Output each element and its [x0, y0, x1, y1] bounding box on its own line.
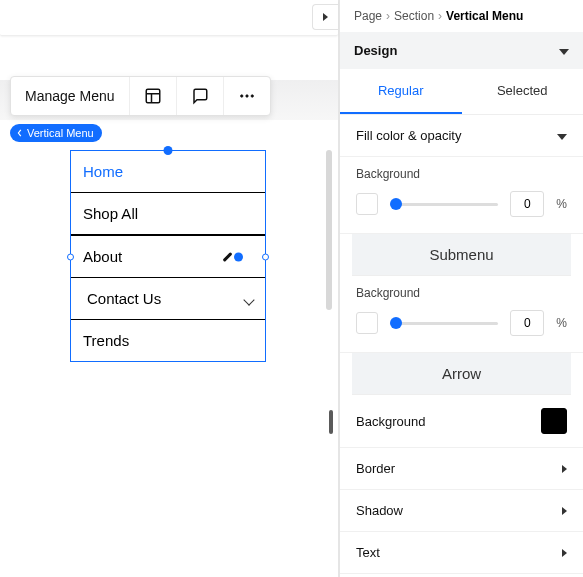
text-row[interactable]: Text [340, 532, 583, 574]
chevron-right-icon [562, 503, 567, 518]
breadcrumb-sep: › [386, 9, 390, 23]
arrow-background-label: Background [356, 414, 425, 429]
background-control-main: % [356, 191, 567, 217]
chevron-right-icon [562, 461, 567, 476]
chevron-left-icon [16, 129, 24, 137]
breadcrumb-page[interactable]: Page [354, 9, 382, 23]
chevron-right-icon [562, 545, 567, 560]
design-section-header[interactable]: Design [340, 32, 583, 69]
text-label: Text [356, 545, 380, 560]
panel-body: Fill color & opacity Background % Submen… [340, 115, 583, 577]
menu-item-label: Trends [83, 332, 129, 349]
submenu-section-title: Submenu [352, 234, 571, 276]
edit-indicator-icon [223, 252, 233, 262]
background-label: Background [356, 167, 567, 181]
more-button[interactable] [224, 77, 270, 115]
resize-handle-left[interactable] [67, 253, 74, 260]
selection-tag-label: Vertical Menu [27, 127, 94, 139]
canvas-scrollbar[interactable] [326, 150, 332, 310]
color-swatch[interactable] [356, 312, 378, 334]
fill-color-opacity-row[interactable]: Fill color & opacity [340, 115, 583, 157]
menu-item-contact-us[interactable]: Contact Us [71, 278, 265, 320]
svg-point-4 [245, 95, 247, 97]
manage-menu-button[interactable]: Manage Menu [11, 77, 130, 115]
manage-menu-label: Manage Menu [25, 88, 115, 104]
slider-thumb[interactable] [390, 317, 402, 329]
menu-item-trends[interactable]: Trends [71, 320, 265, 361]
tab-regular[interactable]: Regular [340, 69, 462, 114]
shadow-row[interactable]: Shadow [340, 490, 583, 532]
breadcrumb-sep: › [438, 9, 442, 23]
canvas-top-edge [0, 0, 338, 36]
svg-rect-0 [146, 89, 160, 103]
slider-track [390, 203, 498, 206]
opacity-input[interactable] [510, 191, 544, 217]
menu-item-about[interactable]: About [71, 235, 265, 278]
layout-button[interactable] [130, 77, 177, 115]
resize-handle-right[interactable] [262, 253, 269, 260]
percent-unit: % [556, 316, 567, 330]
menu-item-label: Shop All [83, 205, 138, 222]
layout-icon [144, 87, 162, 105]
breadcrumb: Page › Section › Vertical Menu [340, 0, 583, 32]
menu-item-label: About [83, 248, 122, 265]
vertical-menu-element[interactable]: Home Shop All About Contact Us Trends [70, 150, 266, 362]
menu-item-label: Home [83, 163, 123, 180]
comments-button[interactable] [177, 77, 224, 115]
comment-icon [191, 87, 209, 105]
background-field-submenu: Background % [340, 276, 583, 353]
slider-thumb[interactable] [390, 198, 402, 210]
tab-selected[interactable]: Selected [462, 69, 584, 114]
state-tabs: Regular Selected [340, 69, 583, 115]
chevron-down-icon [559, 43, 569, 58]
background-label: Background [356, 286, 567, 300]
chevron-right-icon [323, 13, 328, 21]
arrow-background-row[interactable]: Background [340, 395, 583, 448]
chevron-down-icon [557, 128, 567, 143]
panel-scroll-indicator[interactable] [329, 410, 333, 434]
slider-track [390, 322, 498, 325]
menu-item-label: Contact Us [87, 290, 161, 307]
fill-label: Fill color & opacity [356, 128, 461, 143]
opacity-slider[interactable] [390, 316, 498, 330]
border-row[interactable]: Border [340, 448, 583, 490]
svg-point-5 [251, 95, 253, 97]
color-swatch-black[interactable] [541, 408, 567, 434]
chevron-down-icon [245, 290, 253, 307]
background-control-submenu: % [356, 310, 567, 336]
design-section-title: Design [354, 43, 397, 58]
color-swatch[interactable] [356, 193, 378, 215]
svg-point-3 [240, 95, 242, 97]
selection-dot-icon [234, 252, 243, 261]
panel-collapse-toggle[interactable] [312, 4, 338, 30]
background-field-main: Background % [340, 157, 583, 234]
selection-tag[interactable]: Vertical Menu [10, 124, 102, 142]
canvas-area: Manage Menu Vertical Menu Home Shop All … [0, 0, 339, 577]
more-icon [238, 87, 256, 105]
shadow-label: Shadow [356, 503, 403, 518]
menu-item-shop-all[interactable]: Shop All [71, 193, 265, 235]
percent-unit: % [556, 197, 567, 211]
arrow-section-title: Arrow [352, 353, 571, 395]
breadcrumb-section[interactable]: Section [394, 9, 434, 23]
opacity-input[interactable] [510, 310, 544, 336]
breadcrumb-current[interactable]: Vertical Menu [446, 9, 523, 23]
element-toolbar: Manage Menu [10, 76, 271, 116]
menu-item-home[interactable]: Home [71, 151, 265, 193]
inspector-panel: Page › Section › Vertical Menu Design Re… [339, 0, 583, 577]
border-label: Border [356, 461, 395, 476]
opacity-slider[interactable] [390, 197, 498, 211]
